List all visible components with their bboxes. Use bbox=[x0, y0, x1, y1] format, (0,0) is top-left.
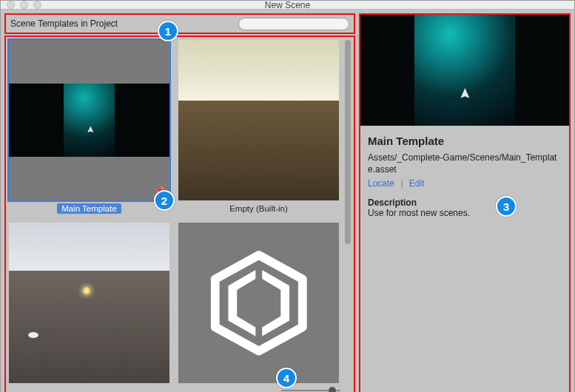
description-body: Use for most new scenes. bbox=[368, 208, 562, 218]
template-tile-main[interactable]: 📌 Main Template bbox=[9, 40, 169, 214]
details-asset-path: Assets/_Complete-Game/Scenes/Main_Templa… bbox=[368, 152, 562, 175]
titlebar: New Scene bbox=[1, 1, 574, 10]
link-separator: | bbox=[400, 178, 403, 189]
new-scene-dialog: New Scene Scene Templates in Project bbox=[0, 0, 575, 392]
template-preview bbox=[360, 15, 569, 126]
description-header: Description bbox=[368, 197, 562, 208]
vertical-scrollbar[interactable] bbox=[343, 40, 352, 380]
templates-grid-panel: 📌 Main Template Empty (Built-in) bbox=[4, 36, 355, 392]
template-thumbnail bbox=[178, 223, 339, 383]
template-thumbnail bbox=[178, 40, 339, 200]
callout-badge-1: 1 bbox=[158, 21, 178, 41]
callout-badge-3: 3 bbox=[496, 196, 517, 217]
templates-header: Scene Templates in Project bbox=[4, 13, 355, 34]
unity-logo-icon bbox=[204, 249, 314, 358]
search-field-wrapper[interactable] bbox=[238, 18, 349, 30]
template-thumbnail: 📌 bbox=[9, 40, 169, 200]
template-tile-empty[interactable]: Empty (Built-in) bbox=[178, 40, 339, 214]
template-tile[interactable] bbox=[178, 223, 339, 383]
template-tile[interactable] bbox=[9, 223, 169, 383]
template-label: Empty (Built-in) bbox=[225, 203, 292, 214]
window-title: New Scene bbox=[1, 0, 574, 10]
details-title: Main Template bbox=[368, 135, 562, 147]
template-details-panel: Main Template Assets/_Complete-Game/Scen… bbox=[359, 13, 571, 392]
templates-header-label: Scene Templates in Project bbox=[10, 18, 118, 29]
callout-badge-2: 2 bbox=[154, 190, 175, 211]
edit-link[interactable]: Edit bbox=[409, 178, 425, 189]
search-input[interactable] bbox=[246, 18, 352, 29]
callout-badge-4: 4 bbox=[276, 368, 297, 388]
template-thumbnail bbox=[9, 223, 169, 383]
template-label: Main Template bbox=[57, 203, 121, 214]
locate-link[interactable]: Locate bbox=[368, 178, 394, 189]
